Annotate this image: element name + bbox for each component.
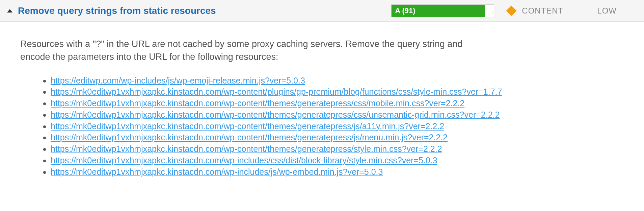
resource-url-list: https://editwp.com/wp-includes/js/wp-emo…: [20, 75, 624, 178]
list-item: https://mk0editwp1vxhmjxapkc.kinstacdn.c…: [51, 132, 624, 143]
list-item: https://mk0editwp1vxhmjxapkc.kinstacdn.c…: [51, 166, 624, 178]
resource-url-link[interactable]: https://editwp.com/wp-includes/js/wp-emo…: [51, 76, 305, 85]
resource-url-link[interactable]: https://mk0editwp1vxhmjxapkc.kinstacdn.c…: [51, 167, 383, 177]
recommendation-body: Resources with a "?" in the URL are not …: [0, 22, 644, 188]
resource-url-link[interactable]: https://mk0editwp1vxhmjxapkc.kinstacdn.c…: [51, 133, 448, 142]
recommendation-title[interactable]: Remove query strings from static resourc…: [18, 5, 216, 16]
resource-url-link[interactable]: https://mk0editwp1vxhmjxapkc.kinstacdn.c…: [51, 144, 442, 154]
list-item: https://mk0editwp1vxhmjxapkc.kinstacdn.c…: [51, 109, 624, 121]
priority-diamond-icon: [506, 5, 517, 16]
list-item: https://editwp.com/wp-includes/js/wp-emo…: [51, 75, 624, 87]
score-label: A (91): [395, 6, 415, 15]
priority-label: LOW: [597, 6, 617, 16]
resource-url-link[interactable]: https://mk0editwp1vxhmjxapkc.kinstacdn.c…: [51, 110, 500, 119]
score-bar: A (91): [391, 4, 494, 17]
collapse-icon: [7, 9, 12, 13]
list-item: https://mk0editwp1vxhmjxapkc.kinstacdn.c…: [51, 121, 624, 132]
recommendation-description: Resources with a "?" in the URL are not …: [20, 38, 466, 64]
resource-url-link[interactable]: https://mk0editwp1vxhmjxapkc.kinstacdn.c…: [51, 121, 444, 131]
resource-url-link[interactable]: https://mk0editwp1vxhmjxapkc.kinstacdn.c…: [51, 87, 502, 96]
list-item: https://mk0editwp1vxhmjxapkc.kinstacdn.c…: [51, 86, 624, 98]
recommendation-header: Remove query strings from static resourc…: [0, 0, 644, 22]
list-item: https://mk0editwp1vxhmjxapkc.kinstacdn.c…: [51, 98, 624, 109]
meta-labels: CONTENT LOW: [522, 6, 637, 16]
resource-url-link[interactable]: https://mk0editwp1vxhmjxapkc.kinstacdn.c…: [51, 98, 464, 108]
toggle-area[interactable]: Remove query strings from static resourc…: [7, 5, 216, 16]
list-item: https://mk0editwp1vxhmjxapkc.kinstacdn.c…: [51, 143, 624, 155]
resource-url-link[interactable]: https://mk0editwp1vxhmjxapkc.kinstacdn.c…: [51, 156, 437, 165]
list-item: https://mk0editwp1vxhmjxapkc.kinstacdn.c…: [51, 155, 624, 166]
type-label: CONTENT: [522, 6, 563, 16]
score-fill: A (91): [392, 5, 485, 17]
